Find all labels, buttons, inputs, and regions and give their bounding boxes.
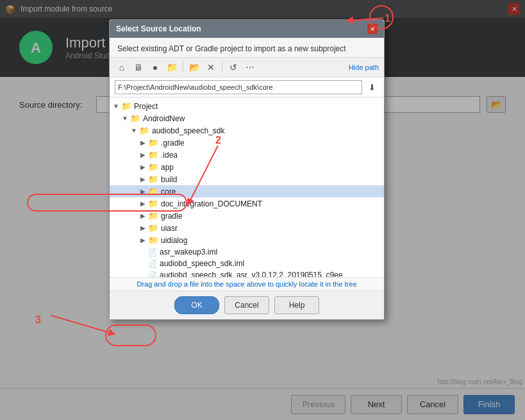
hide-path-link[interactable]: Hide path <box>349 63 379 71</box>
tree-item[interactable]: ▶ 📄 audiobd_speech_sdk.iml <box>110 258 384 269</box>
toolbar-more-button[interactable]: ⋯ <box>243 60 257 74</box>
tree-item[interactable]: ▶ 📁 uidialog <box>110 234 384 246</box>
folder-icon: 📁 <box>148 150 158 160</box>
folder-icon: 📁 <box>148 223 158 233</box>
tree-arrow: ▶ <box>139 188 147 196</box>
folder-icon: 📁 <box>148 174 158 184</box>
annotation-1: 1 <box>385 13 390 24</box>
tree-label: doc_integration_DOCUMENT <box>161 199 262 208</box>
tree-item[interactable]: ▼ 📁 Project <box>110 100 384 112</box>
tree-arrow: ▶ <box>139 200 147 208</box>
ok-button[interactable]: OK <box>174 296 219 314</box>
tree-label: .idea <box>161 151 178 160</box>
tree-arrow: ▶ <box>139 224 147 232</box>
dialog-close-button[interactable]: ✕ <box>367 24 378 34</box>
toolbar-separator-1 <box>183 62 183 73</box>
dialog-title-bar: Select Source Location ✕ <box>110 20 384 38</box>
toolbar-refresh-button[interactable]: ↺ <box>226 60 240 74</box>
tree-arrow: ▶ <box>139 212 147 220</box>
drag-hint: Drag and drop a file into the space abov… <box>110 277 384 290</box>
folder-icon: 📁 <box>148 199 158 208</box>
tree-arrow: ▶ <box>139 237 147 244</box>
folder-icon: 📁 <box>130 113 140 123</box>
file-icon: 📄 <box>148 271 157 278</box>
tree-item[interactable]: ▶ 📁 .idea <box>110 149 384 161</box>
file-icon: 📄 <box>148 248 157 256</box>
toolbar-home-button[interactable]: ⌂ <box>115 60 129 74</box>
tree-item[interactable]: ▶ 📄 audiobd_speech_sdk_asr_v3.0.12.2_201… <box>110 269 384 277</box>
dialog-title: Select Source Location <box>116 24 201 33</box>
tree-arrow: ▶ <box>139 151 147 159</box>
folder-icon: 📁 <box>139 126 149 135</box>
tree-arrow: ▼ <box>130 127 138 135</box>
folder-icon: 📁 <box>148 235 158 245</box>
tree-item[interactable]: ▶ 📁 gradle <box>110 210 384 222</box>
path-input[interactable] <box>115 80 362 94</box>
tree-label: audiobd_speech_sdk.iml <box>160 259 244 268</box>
tree-item-core[interactable]: ▶ 📁 core <box>110 185 384 197</box>
tree-label: Project <box>134 102 158 111</box>
folder-icon: 📁 <box>121 101 131 111</box>
toolbar-separator-2 <box>222 62 222 73</box>
folder-icon: 📁 <box>148 211 158 221</box>
tree-item[interactable]: ▶ 📁 doc_integration_DOCUMENT <box>110 197 384 210</box>
annotation-3: 3 <box>35 314 41 326</box>
ok-circle-annotation <box>105 324 156 346</box>
dialog-toolbar: ⌂ 🖥 ● 📁 📂 ✕ ↺ ⋯ Hide path <box>110 58 384 78</box>
toolbar-new-folder-button[interactable]: 📂 <box>187 60 201 74</box>
tree-label: audiobd_speech_sdk <box>152 126 224 135</box>
tree-arrow: ▶ <box>139 164 147 171</box>
help-button[interactable]: Help <box>274 296 319 314</box>
toolbar-monitor-button[interactable]: 🖥 <box>131 60 146 74</box>
tree-item[interactable]: ▼ 📁 audiobd_speech_sdk <box>110 124 384 137</box>
tree-label: build <box>161 175 177 184</box>
select-source-dialog: Select Source Location ✕ Select existing… <box>109 19 385 320</box>
svg-line-4 <box>51 315 112 333</box>
tree-arrow: ▶ <box>139 176 147 183</box>
tree-label: asr_wakeup3.iml <box>160 248 217 256</box>
tree-label: AndroidNew <box>143 114 185 123</box>
dialog-overlay: Select Source Location ✕ Select existing… <box>0 0 525 420</box>
tree-arrow: ▼ <box>121 115 129 122</box>
folder-icon: 📁 <box>148 138 158 147</box>
tree-item[interactable]: ▶ 📁 uiasr <box>110 222 384 234</box>
file-tree[interactable]: ▼ 📁 Project ▼ 📁 AndroidNew ▼ 📁 audiobd_s… <box>110 97 384 277</box>
toolbar-network-button[interactable]: ● <box>148 60 162 74</box>
folder-icon: 📁 <box>148 187 158 196</box>
tree-item[interactable]: ▼ 📁 AndroidNew <box>110 112 384 124</box>
file-icon: 📄 <box>148 260 157 268</box>
dialog-buttons: OK Cancel Help <box>110 290 384 319</box>
main-window: 📦 Import module from source ✕ A Import M… <box>0 0 525 420</box>
tree-label: uidialog <box>161 236 187 245</box>
path-bar: ⬇ <box>110 78 384 97</box>
toolbar-folder-button[interactable]: 📁 <box>165 60 179 74</box>
tree-label: uiasr <box>161 224 178 233</box>
tree-label-core: core <box>161 187 176 196</box>
path-download-button[interactable]: ⬇ <box>365 80 379 94</box>
tree-arrow: ▼ <box>112 103 120 110</box>
tree-item[interactable]: ▶ 📄 asr_wakeup3.iml <box>110 246 384 258</box>
tree-item[interactable]: ▶ 📁 build <box>110 173 384 185</box>
tree-item[interactable]: ▶ 📁 .gradle <box>110 137 384 149</box>
tree-label: gradle <box>161 212 182 221</box>
dialog-subtitle: Select existing ADT or Gradle project to… <box>110 38 384 58</box>
tree-label: .gradle <box>161 139 185 147</box>
tree-item[interactable]: ▶ 📁 app <box>110 161 384 173</box>
tree-arrow: ▶ <box>139 139 147 147</box>
folder-icon: 📁 <box>148 162 158 172</box>
toolbar-delete-button[interactable]: ✕ <box>204 60 218 74</box>
tree-label: audiobd_speech_sdk_asr_v3.0.12.2_2019051… <box>160 271 343 277</box>
dialog-cancel-button[interactable]: Cancel <box>224 296 269 314</box>
tree-label: app <box>161 163 174 172</box>
